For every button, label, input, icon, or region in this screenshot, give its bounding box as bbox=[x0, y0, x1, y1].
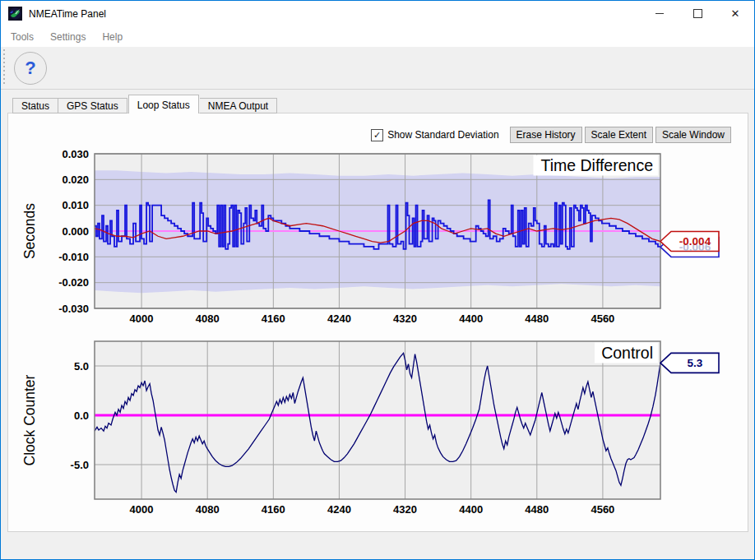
x-axis-tick-label: 4160 bbox=[262, 312, 285, 325]
chart-title: Control bbox=[601, 344, 653, 362]
value-tag-label: -0.004 bbox=[679, 235, 711, 248]
minimize-icon bbox=[655, 13, 664, 14]
x-axis-tick-label: 4080 bbox=[196, 503, 220, 516]
tab-nmea-output[interactable]: NMEA Output bbox=[200, 98, 277, 113]
time-difference-y-axis-title: Seconds bbox=[21, 203, 39, 259]
control-y-axis-title: Clock Counter bbox=[21, 375, 39, 466]
close-button[interactable]: ✕ bbox=[716, 1, 754, 26]
tab-gps-status[interactable]: GPS Status bbox=[58, 98, 127, 113]
y-axis-tick-label: 0.030 bbox=[62, 148, 89, 160]
y-axis-tick-label: 0.000 bbox=[62, 225, 89, 238]
y-axis-tick-label: 0.0 bbox=[74, 410, 89, 422]
erase-history-button[interactable]: Erase History bbox=[510, 127, 582, 143]
help-icon: ? bbox=[25, 58, 35, 79]
window-controls: ✕ bbox=[641, 1, 754, 26]
time-difference-chart[interactable]: Time Difference4000408041604240432044004… bbox=[43, 150, 732, 327]
toolbar-gripper[interactable] bbox=[3, 49, 5, 86]
app-window: NMEATime Panel ✕ Tools Settings Help ? S… bbox=[0, 0, 755, 560]
y-axis-tick-label: -5.0 bbox=[71, 459, 89, 471]
toolbar: ? bbox=[1, 47, 754, 90]
y-axis-tick-label: -0.020 bbox=[58, 276, 89, 289]
app-icon bbox=[8, 7, 22, 21]
x-axis-tick-label: 4080 bbox=[196, 312, 220, 325]
x-axis-tick-label: 4240 bbox=[327, 503, 351, 516]
loop-status-page: ✓ Show Standard Deviation Erase History … bbox=[7, 113, 748, 532]
menu-item-tools[interactable]: Tools bbox=[2, 31, 42, 43]
x-axis-tick-label: 4560 bbox=[591, 312, 614, 325]
tab-loop-status[interactable]: Loop Status bbox=[128, 95, 199, 113]
show-standard-deviation-checkbox[interactable]: ✓ bbox=[371, 129, 383, 141]
value-tag-label: 5.3 bbox=[688, 357, 703, 369]
help-button[interactable]: ? bbox=[14, 52, 47, 85]
y-axis-tick-label: 0.020 bbox=[62, 174, 89, 186]
x-axis-tick-label: 4000 bbox=[130, 312, 154, 325]
x-axis-tick-label: 4400 bbox=[459, 503, 483, 516]
tab-status[interactable]: Status bbox=[12, 98, 58, 113]
x-axis-tick-label: 4160 bbox=[262, 503, 285, 516]
x-axis-tick-label: 4480 bbox=[525, 503, 549, 516]
y-axis-tick-label: 0.010 bbox=[62, 199, 89, 211]
close-icon: ✕ bbox=[731, 8, 740, 19]
x-axis-tick-label: 4000 bbox=[130, 503, 154, 516]
maximize-icon bbox=[693, 9, 702, 18]
tab-strip: Status GPS Status Loop Status NMEA Outpu… bbox=[12, 95, 277, 113]
minimize-button[interactable] bbox=[641, 1, 679, 26]
title-bar: NMEATime Panel ✕ bbox=[1, 1, 754, 26]
chart-title: Time Difference bbox=[540, 156, 653, 174]
menu-item-help[interactable]: Help bbox=[94, 31, 131, 43]
show-standard-deviation-label: Show Standard Deviation bbox=[387, 129, 498, 141]
control-chart[interactable]: Control400040804160424043204400448045605… bbox=[43, 337, 732, 520]
x-axis-tick-label: 4240 bbox=[327, 312, 351, 325]
window-title: NMEATime Panel bbox=[29, 8, 106, 20]
check-icon: ✓ bbox=[373, 131, 381, 140]
x-axis-tick-label: 4480 bbox=[525, 312, 549, 325]
menu-item-settings[interactable]: Settings bbox=[42, 31, 94, 43]
x-axis-tick-label: 4560 bbox=[591, 503, 614, 516]
scale-extent-button[interactable]: Scale Extent bbox=[585, 127, 653, 143]
x-axis-tick-label: 4320 bbox=[393, 503, 417, 516]
maximize-button[interactable] bbox=[679, 1, 716, 26]
y-axis-tick-label: 5.0 bbox=[74, 360, 89, 373]
x-axis-tick-label: 4400 bbox=[459, 312, 483, 325]
x-axis-tick-label: 4320 bbox=[393, 312, 417, 325]
y-axis-tick-label: -0.010 bbox=[58, 251, 89, 263]
chart-controls: ✓ Show Standard Deviation Erase History … bbox=[371, 127, 731, 143]
y-axis-tick-label: -0.030 bbox=[58, 303, 89, 315]
menu-bar: Tools Settings Help bbox=[1, 26, 754, 47]
scale-window-button[interactable]: Scale Window bbox=[655, 127, 731, 143]
